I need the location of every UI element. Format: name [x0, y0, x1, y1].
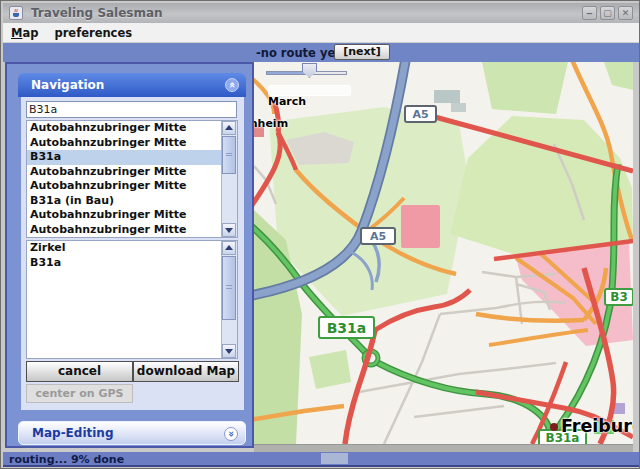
route-status-label: -no route yet- — [256, 46, 346, 60]
road-badge-b31a: B31a — [318, 316, 375, 339]
routing-status-text: routing... 9% done — [9, 453, 124, 466]
app-window: Traveling Salesman ‒ ▢ ✕ Map preferences… — [0, 0, 640, 469]
zoom-overlay-bar — [268, 85, 351, 96]
map-horizontal-scrollbar[interactable] — [254, 444, 633, 452]
navigation-sidebar: Navigation « Autobahnzubringer Mitte Aut… — [5, 62, 254, 448]
next-button[interactable]: [next] — [334, 44, 390, 60]
navigation-panel-title: Navigation — [31, 78, 104, 92]
route-waypoint-list[interactable]: Zirkel B31a — [26, 240, 238, 359]
list-item[interactable]: Autobahnzubringer Mitte — [27, 208, 237, 223]
place-label-buchheim: Buchheim — [254, 117, 288, 130]
list-item[interactable]: B31a (in Bau) — [27, 194, 237, 209]
map-editing-panel-header[interactable]: Map-Editing » — [18, 421, 246, 445]
scrollbar-thumb[interactable] — [222, 136, 236, 174]
street-search-input[interactable] — [26, 101, 237, 118]
list-item[interactable]: Autobahnzubringer Mitte — [27, 121, 237, 136]
close-button[interactable]: ✕ — [618, 6, 633, 20]
navigation-panel-header[interactable]: Navigation « — [18, 73, 246, 97]
minimize-button[interactable]: ‒ — [582, 6, 597, 20]
cancel-button[interactable]: cancel — [26, 361, 133, 382]
navigation-panel-body: Autobahnzubringer Mitte Autobahnzubringe… — [21, 97, 244, 410]
scroll-up-icon[interactable] — [222, 121, 236, 135]
list-item[interactable]: Autobahnzubringer Mitte — [27, 179, 237, 194]
city-label-freiburg: Freiburg — [561, 416, 633, 436]
menu-map[interactable]: Map — [3, 26, 46, 40]
map-canvas[interactable]: A5 A5 B31a B31a B3 March Buchheim Freibu… — [254, 62, 633, 444]
road-badge-a5: A5 — [360, 227, 396, 245]
list-item[interactable]: Autobahnzubringer Mitte — [27, 136, 237, 151]
results-scrollbar[interactable] — [221, 121, 237, 237]
scroll-down-icon[interactable] — [222, 344, 236, 358]
list-item[interactable]: B31a — [27, 256, 237, 271]
collapse-icon[interactable]: « — [225, 78, 239, 92]
maximize-button[interactable]: ▢ — [600, 6, 615, 20]
list-item[interactable]: Autobahnzubringer Mitte — [27, 165, 237, 180]
expand-icon[interactable]: » — [224, 427, 238, 441]
title-bar[interactable]: Traveling Salesman ‒ ▢ ✕ — [3, 3, 639, 23]
list-item[interactable]: Zirkel — [27, 241, 237, 256]
download-map-button[interactable]: download Map — [133, 361, 239, 382]
scrollbar-thumb[interactable] — [222, 256, 236, 320]
menu-preferences[interactable]: preferences — [46, 26, 140, 40]
search-results-list[interactable]: Autobahnzubringer Mitte Autobahnzubringe… — [26, 120, 238, 238]
status-bar: routing... 9% done — [3, 452, 639, 467]
map-editing-title: Map-Editing — [32, 426, 114, 440]
list-item-selected[interactable]: B31a — [27, 150, 237, 165]
menu-bar: Map preferences — [3, 23, 639, 43]
zoom-slider-fill — [267, 72, 307, 74]
list-item[interactable]: Autobahnzubringer Mitte — [27, 223, 237, 238]
map-render — [254, 62, 633, 444]
java-icon — [9, 6, 23, 20]
routing-progress-indicator — [321, 453, 348, 464]
place-label-march: March — [268, 95, 306, 108]
route-toolbar: -no route yet- [next] — [3, 43, 639, 62]
road-badge-b3: B3 — [604, 288, 633, 306]
center-on-gps-button[interactable]: center on GPS — [26, 384, 133, 403]
scroll-up-icon[interactable] — [222, 241, 236, 255]
city-marker-dot — [550, 423, 558, 431]
waypoint-scrollbar[interactable] — [221, 241, 237, 358]
road-badge-a5: A5 — [404, 105, 437, 123]
window-title: Traveling Salesman — [31, 6, 163, 20]
scroll-down-icon[interactable] — [222, 223, 236, 237]
